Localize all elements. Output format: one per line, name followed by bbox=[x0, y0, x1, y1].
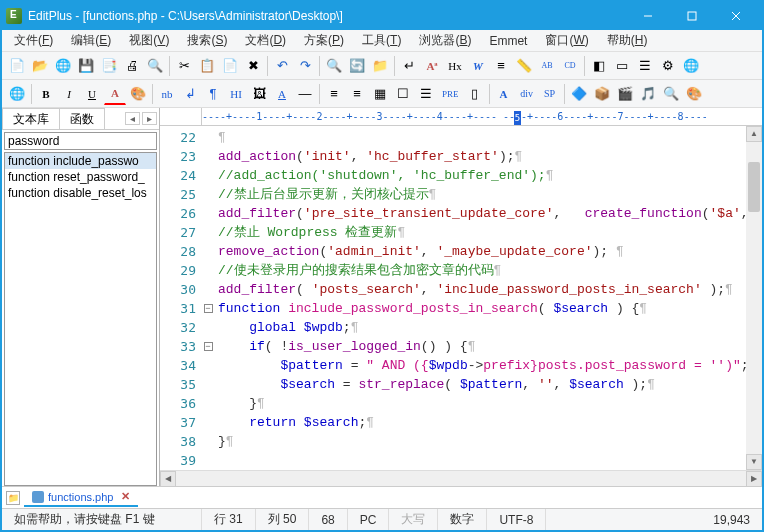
menu-W[interactable]: 窗口(W) bbox=[537, 30, 596, 51]
hex-icon[interactable]: Hx bbox=[444, 55, 466, 77]
code-line[interactable]: add_filter( 'posts_search', 'include_pas… bbox=[218, 280, 742, 299]
align-left-icon[interactable]: ≡ bbox=[323, 83, 345, 105]
palette-icon[interactable]: 🎨 bbox=[127, 83, 149, 105]
sidebar-next-icon[interactable]: ▸ bbox=[142, 112, 157, 125]
minimize-button[interactable] bbox=[626, 2, 670, 30]
menu-P[interactable]: 方案(P) bbox=[296, 30, 352, 51]
br-icon[interactable]: ↲ bbox=[179, 83, 201, 105]
video-icon[interactable]: 🎬 bbox=[614, 83, 636, 105]
sidebar-filter-input[interactable] bbox=[4, 132, 157, 150]
hr-icon[interactable]: — bbox=[294, 83, 316, 105]
table-icon[interactable]: ▦ bbox=[369, 83, 391, 105]
image-icon[interactable]: 🖼 bbox=[248, 83, 270, 105]
window-list-icon[interactable]: ☰ bbox=[634, 55, 656, 77]
wordwrap-icon[interactable]: ↵ bbox=[398, 55, 420, 77]
underline-icon[interactable]: U bbox=[81, 83, 103, 105]
menu-T[interactable]: 工具(T) bbox=[354, 30, 409, 51]
file-tab[interactable]: functions.php ✕ bbox=[24, 488, 138, 507]
web-preview-icon[interactable]: 🌐 bbox=[6, 83, 28, 105]
save-icon[interactable]: 💾 bbox=[75, 55, 97, 77]
music-icon[interactable]: 🎵 bbox=[637, 83, 659, 105]
open-file-icon[interactable]: 📂 bbox=[29, 55, 51, 77]
whitespace-icon[interactable]: ≡ bbox=[490, 55, 512, 77]
code-line[interactable]: //禁止后台显示更新，关闭核心提示¶ bbox=[218, 185, 742, 204]
scroll-thumb[interactable] bbox=[748, 162, 760, 212]
print-preview-icon[interactable]: 🔍 bbox=[144, 55, 166, 77]
list-item[interactable]: function disable_reset_los bbox=[5, 185, 156, 201]
list-icon[interactable]: ☰ bbox=[415, 83, 437, 105]
scroll-right-icon[interactable]: ▶ bbox=[746, 471, 762, 486]
fold-marker[interactable]: − bbox=[204, 342, 213, 351]
heading-icon[interactable]: HI bbox=[225, 83, 247, 105]
code-line[interactable]: //使未登录用户的搜索结果包含加密文章的代码¶ bbox=[218, 261, 742, 280]
code-line[interactable]: //add_action('shutdown', 'hc_buffer_end'… bbox=[218, 166, 742, 185]
replace-icon[interactable]: 🔄 bbox=[346, 55, 368, 77]
list-item[interactable]: function reset_password_ bbox=[5, 169, 156, 185]
search-web-icon[interactable]: 🔍 bbox=[660, 83, 682, 105]
sidebar-prev-icon[interactable]: ◂ bbox=[125, 112, 140, 125]
code-line[interactable]: global $wpdb;¶ bbox=[218, 318, 742, 337]
anchor2-icon[interactable]: A bbox=[493, 83, 515, 105]
maximize-button[interactable] bbox=[670, 2, 714, 30]
open-remote-icon[interactable]: 🌐 bbox=[52, 55, 74, 77]
code-line[interactable]: $pattern = " AND ({$wpdb->prefix}posts.p… bbox=[218, 356, 742, 375]
cut-icon[interactable]: ✂ bbox=[173, 55, 195, 77]
color-picker-icon[interactable]: 🎨 bbox=[683, 83, 705, 105]
redo-icon[interactable]: ↷ bbox=[294, 55, 316, 77]
code-line[interactable]: ¶ bbox=[218, 128, 742, 147]
code-line[interactable]: function include_password_posts_in_searc… bbox=[218, 299, 742, 318]
anchor-icon[interactable]: A bbox=[271, 83, 293, 105]
sidebar-tab-cliptext[interactable]: 文本库 bbox=[2, 108, 60, 129]
delete-icon[interactable]: ✖ bbox=[242, 55, 264, 77]
sidebar-function-list[interactable]: function include_passwo function reset_p… bbox=[4, 152, 157, 486]
code-line[interactable]: add_action('init', 'hc_buffer_start');¶ bbox=[218, 147, 742, 166]
paste-icon[interactable]: 📄 bbox=[219, 55, 241, 77]
new-file-icon[interactable]: 📄 bbox=[6, 55, 28, 77]
code-line[interactable]: $search = str_replace( $pattern, '', $se… bbox=[218, 375, 742, 394]
code-line[interactable]: if( !is_user_logged_in() ) {¶ bbox=[218, 337, 742, 356]
div-icon[interactable]: div bbox=[516, 83, 538, 105]
p-icon[interactable]: ¶ bbox=[202, 83, 224, 105]
settings-icon[interactable]: ⚙ bbox=[657, 55, 679, 77]
word-icon[interactable]: W bbox=[467, 55, 489, 77]
code-line[interactable]: return $search;¶ bbox=[218, 413, 742, 432]
ruler-icon[interactable]: 📏 bbox=[513, 55, 535, 77]
menu-V[interactable]: 视图(V) bbox=[121, 30, 177, 51]
object-icon[interactable]: 🔷 bbox=[568, 83, 590, 105]
sidebar-tab-functions[interactable]: 函数 bbox=[59, 108, 105, 129]
code-area[interactable]: ¶add_action('init', 'hc_buffer_start');¶… bbox=[214, 126, 746, 470]
bold-icon[interactable]: B bbox=[35, 83, 57, 105]
column2-icon[interactable]: CD bbox=[559, 55, 581, 77]
horizontal-scrollbar[interactable]: ◀ ▶ bbox=[160, 470, 762, 486]
fold-marker[interactable]: − bbox=[204, 304, 213, 313]
scroll-left-icon[interactable]: ◀ bbox=[160, 471, 176, 486]
folder-icon[interactable]: 📁 bbox=[6, 491, 20, 505]
code-line[interactable]: remove_action('admin_init', '_maybe_upda… bbox=[218, 242, 742, 261]
vertical-scrollbar[interactable]: ▲ ▼ bbox=[746, 126, 762, 470]
align-center-icon[interactable]: ≡ bbox=[346, 83, 368, 105]
status-enc[interactable]: UTF-8 bbox=[487, 509, 546, 530]
code-line[interactable] bbox=[218, 451, 742, 470]
pre-icon[interactable]: PRE bbox=[438, 83, 463, 105]
menu-H[interactable]: 帮助(H) bbox=[599, 30, 656, 51]
list-item[interactable]: function include_passwo bbox=[5, 153, 156, 169]
menu-S[interactable]: 搜索(S) bbox=[179, 30, 235, 51]
output-icon[interactable]: ▭ bbox=[611, 55, 633, 77]
scroll-down-icon[interactable]: ▼ bbox=[746, 454, 762, 470]
italic-icon[interactable]: I bbox=[58, 83, 80, 105]
browser-icon[interactable]: 🌐 bbox=[680, 55, 702, 77]
form-icon[interactable]: ☐ bbox=[392, 83, 414, 105]
nbsp-icon[interactable]: nb bbox=[156, 83, 178, 105]
code-editor[interactable]: ▶ 222324252627282930313233343536373839 −… bbox=[160, 126, 762, 470]
code-line[interactable]: }¶ bbox=[218, 394, 742, 413]
undo-icon[interactable]: ↶ bbox=[271, 55, 293, 77]
menu-B[interactable]: 浏览器(B) bbox=[411, 30, 479, 51]
menu-F[interactable]: 文件(F) bbox=[6, 30, 61, 51]
titlebar[interactable]: EditPlus - [functions.php - C:\Users\Adm… bbox=[2, 2, 762, 30]
close-button[interactable] bbox=[714, 2, 758, 30]
sidebar-icon[interactable]: ◧ bbox=[588, 55, 610, 77]
span-icon[interactable]: SP bbox=[539, 83, 561, 105]
copy-icon[interactable]: 📋 bbox=[196, 55, 218, 77]
find-in-files-icon[interactable]: 📁 bbox=[369, 55, 391, 77]
flash-icon[interactable]: 📦 bbox=[591, 83, 613, 105]
